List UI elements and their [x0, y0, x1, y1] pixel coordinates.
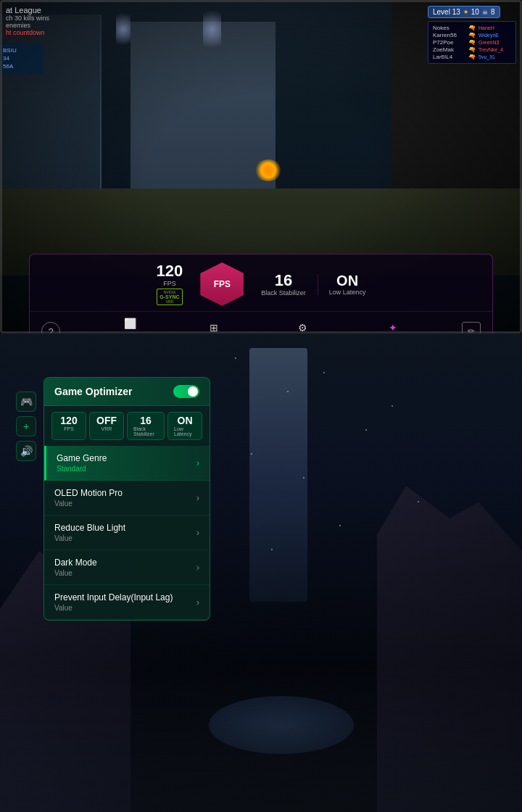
- gsync-text: G-SYNC: [160, 294, 179, 299]
- latency-value: ON: [336, 273, 358, 288]
- chevron-right-icon: ›: [196, 493, 199, 503]
- mini-vrr-stat: OFF VRR: [89, 412, 124, 440]
- skull-count: 8: [491, 8, 495, 16]
- enemies-text: enemies: [6, 22, 49, 29]
- player1-name: Nokes: [433, 25, 465, 31]
- toggle-switch[interactable]: [173, 385, 199, 398]
- menu-item-game-genre[interactable]: Game Genre Standard ›: [44, 446, 210, 481]
- star-count: 10: [471, 8, 479, 16]
- menu-item-left: OLED Motion Pro Value: [54, 488, 123, 508]
- prevent-input-delay-value: Value: [54, 604, 173, 612]
- black-stab-value: 16: [275, 273, 292, 289]
- fps-center-label: FPS: [214, 279, 231, 289]
- panel-title: Game Optimizer: [54, 386, 132, 397]
- mini-fps-value: 120: [60, 415, 77, 426]
- chevron-right-icon: ›: [196, 528, 199, 538]
- level-text: Level 13: [433, 8, 460, 16]
- screen-size-icon: ⬜: [122, 315, 139, 332]
- hud-left-side: BSIU3456A: [0, 44, 44, 74]
- fps-label: FPS: [163, 280, 176, 287]
- mini-vrr-value: OFF: [96, 415, 117, 426]
- player5-name: Lar6IL4: [433, 54, 465, 60]
- star-icon: ★: [463, 9, 468, 15]
- edit-button[interactable]: ✏: [462, 322, 481, 334]
- chevron-right-icon: ›: [196, 563, 199, 573]
- player5-score: 5vu_91: [478, 54, 511, 59]
- equalizer-icon: ⚙: [294, 319, 311, 334]
- fps-center-hex: FPS: [200, 262, 244, 306]
- volume-icon-button[interactable]: 🔊: [16, 441, 36, 461]
- mini-stats-row: 120 FPS OFF VRR 16 Black Stabilizer ON L…: [44, 406, 210, 446]
- player2-name: Karren56: [433, 32, 465, 38]
- mini-latency-label: Low Latency: [174, 426, 196, 436]
- menu-item-left: Prevent Input Delay(Input Lag) Value: [54, 592, 173, 612]
- side-text: BSIU3456A: [3, 46, 41, 71]
- left-sidebar: 🎮 + 🔊: [16, 392, 36, 461]
- chevron-right-icon: ›: [196, 458, 199, 468]
- game-background: at League ch 30 kills wins enemies ht co…: [0, 0, 522, 334]
- menu-item-oled-motion[interactable]: OLED Motion Pro Value ›: [44, 481, 210, 515]
- menu-item-dark-mode[interactable]: Dark Mode Value ›: [44, 550, 210, 585]
- screen-size-control[interactable]: ⬜ OFF Screen Size: [115, 315, 146, 334]
- bottom-game-section: 🎮 + 🔊 Game Optimizer 120 FPS OFF VRR 16 …: [0, 334, 522, 812]
- hud-top-right: Level 13 ★ 10 ☠ 8 Nokes 🔫 HaneH Karren56…: [428, 6, 516, 64]
- prevent-input-delay-name: Prevent Input Delay(Input Lag): [54, 592, 173, 602]
- game-genre-name: Game Genre: [57, 453, 107, 463]
- score-row: Karren56 🔫 WideynE: [433, 32, 511, 38]
- building-center: [130, 22, 276, 188]
- game-hud-overlay: 120 FPS NVIDIA G-SYNC VRR FPS 16 Black S…: [29, 254, 493, 334]
- black-stab-stat: 16 Black Stabilizer: [249, 270, 318, 299]
- player4-score: TrevNke_4: [478, 47, 511, 52]
- mini-fps-label: FPS: [64, 426, 74, 431]
- kills-text: ch 30 kills wins: [6, 14, 49, 22]
- mini-vrr-label: VRR: [102, 426, 112, 431]
- help-button[interactable]: ?: [41, 322, 60, 334]
- score-row: Nokes 🔫 HaneH: [433, 25, 511, 31]
- league-text: at League: [6, 6, 49, 14]
- muzzle-flash: [254, 160, 283, 181]
- latency-stat: ON Low Latency: [318, 270, 378, 299]
- fps-stat: 120 FPS NVIDIA G-SYNC VRR: [145, 260, 195, 308]
- top-game-section: at League ch 30 kills wins enemies ht co…: [0, 0, 522, 334]
- menu-item-left: Reduce Blue Light Value: [54, 523, 125, 542]
- score-row: Lar6IL4 🔫 5vu_91: [433, 54, 511, 60]
- chevron-right-icon: ›: [196, 597, 199, 608]
- multi-view-control[interactable]: ⊞ Multi-view: [201, 319, 227, 334]
- light-2: [203, 4, 221, 54]
- settings-gear-icon: ✦: [384, 319, 402, 334]
- menu-item-left: Game Genre Standard: [57, 453, 107, 473]
- game-genre-value: Standard: [57, 465, 107, 473]
- scoreboard: Nokes 🔫 HaneH Karren56 🔫 WideynE P72Poe …: [428, 21, 516, 64]
- score-row: P72Poe 🔫 GreenN3: [433, 39, 511, 46]
- game-optimizer-panel: Game Optimizer 120 FPS OFF VRR 16 Black …: [44, 377, 210, 621]
- level-badge: Level 13 ★ 10 ☠ 8: [428, 6, 500, 18]
- building-left: [0, 14, 102, 203]
- reduce-blue-light-value: Value: [54, 534, 125, 542]
- gamepad-icon-button[interactable]: 🎮: [16, 392, 36, 412]
- vrr-text: VRR: [166, 299, 174, 304]
- hud-top-left: at League ch 30 kills wins enemies ht co…: [6, 6, 49, 36]
- menu-item-prevent-input-delay[interactable]: Prevent Input Delay(Input Lag) Value ›: [44, 585, 210, 620]
- plus-icon-button[interactable]: +: [16, 416, 36, 436]
- mini-latency-value: ON: [178, 415, 193, 426]
- mini-latency-stat: ON Low Latency: [167, 412, 202, 440]
- controls-row: ? ⬜ OFF Screen Size ⊞ Multi-view ⚙ Game …: [30, 311, 492, 334]
- menu-item-reduce-blue-light[interactable]: Reduce Blue Light Value ›: [44, 515, 210, 550]
- light-1: [116, 7, 130, 51]
- player2-score: WideynE: [478, 33, 511, 38]
- reduce-blue-light-name: Reduce Blue Light: [54, 523, 125, 533]
- player4-name: ZoeMak: [433, 46, 465, 53]
- fps-value: 120: [157, 263, 183, 279]
- toggle-knob: [188, 386, 198, 397]
- menu-item-left: Dark Mode Value: [54, 558, 97, 577]
- panel-header: Game Optimizer: [44, 378, 210, 406]
- mini-black-stab-label: Black Stabilizer: [133, 426, 158, 436]
- black-stab-label: Black Stabilizer: [261, 289, 306, 297]
- player3-score: GreenN3: [478, 40, 511, 45]
- player1-score: HaneH: [478, 25, 511, 30]
- score-row: ZoeMak 🔫 TrevNke_4: [433, 46, 511, 53]
- gsync-badge: NVIDIA G-SYNC VRR: [157, 289, 182, 305]
- all-settings-control[interactable]: ✦ All Settings: [378, 319, 407, 334]
- mini-black-stab-value: 16: [140, 415, 152, 426]
- game-optimizer-control[interactable]: ⚙ Game Optimizer: [281, 319, 323, 334]
